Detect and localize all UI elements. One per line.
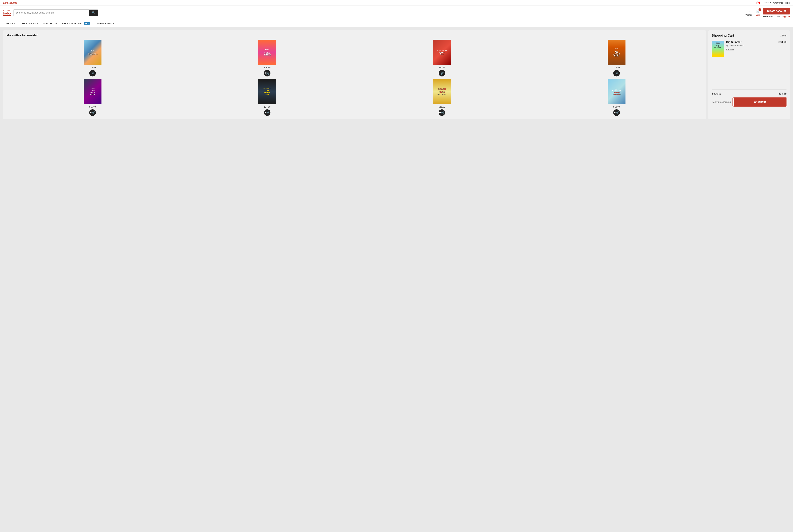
book-cover-2[interactable]: EMILYGIFFIN the liesthat bind <box>258 40 276 65</box>
subtotal-amount: $13.99 <box>778 92 787 95</box>
book-cover-4[interactable]: EMMASTRAUB ALLADULTSHERE <box>607 40 625 65</box>
cart-book-cover[interactable]: JenniferWeiner BigSummer <box>712 41 724 57</box>
account-area: Create account Have an account? Sign in <box>763 8 790 18</box>
add-to-cart-button-8[interactable]: +🛒 <box>613 109 620 116</box>
plus-cart-icon-6: +🛒 <box>265 111 270 114</box>
cart-cover-author: JenniferWeiner <box>712 41 723 44</box>
logo-rakuten: Rakuten <box>3 10 11 12</box>
section-title: More titles to consider <box>6 34 702 37</box>
book-price-5: $16.99 <box>89 106 96 108</box>
plus-cart-icon-3: +🛒 <box>439 72 445 75</box>
audiobooks-label: AUDIOBOOKS <box>22 22 36 24</box>
add-to-cart-button-1[interactable]: +🛒 <box>89 70 96 76</box>
book-title-4: ALLADULTSHERE <box>613 51 620 57</box>
books-grid: ElinHilderbrand 28 Summers $18.99 +🛒 EMI… <box>6 40 702 116</box>
audiobooks-chevron: ▾ <box>37 22 38 24</box>
koboplus-label: KOBO PLUS <box>43 22 56 24</box>
cart-button[interactable]: 🛒 1 Cart <box>755 9 760 16</box>
add-to-cart-button-6[interactable]: +🛒 <box>264 109 270 116</box>
book-cover-5[interactable]: KEVINKWAN Sex &Vanity <box>83 79 101 104</box>
book-price-1: $18.99 <box>89 66 96 69</box>
book-cover-3[interactable]: marian keyes GrownUps <box>433 40 451 65</box>
cart-badge: 1 <box>758 8 761 11</box>
koboplus-chevron: ▾ <box>56 22 57 24</box>
list-item: LUCY FOLEY THEGUESTLIST $14.99 +🛒 <box>181 79 353 116</box>
add-to-cart-button-4[interactable]: +🛒 <box>613 70 620 76</box>
search-button[interactable]: 🔍 <box>89 10 98 16</box>
book-title-8: Troublesin Paradise <box>613 92 620 95</box>
cart-cover-title: BigSummer <box>712 44 723 49</box>
book-price-7: $11.99 <box>439 106 445 108</box>
book-price-2: $16.99 <box>264 66 270 69</box>
book-price-4: $16.99 <box>613 66 620 69</box>
nav-item-apps[interactable]: APPS & eREADERS SALE ▾ <box>59 20 94 27</box>
right-panel: Shopping Cart 1 item JenniferWeiner BigS… <box>709 31 790 119</box>
book-author-4: EMMASTRAUB <box>614 48 619 51</box>
nav-item-koboplus[interactable]: KOBO PLUS ▾ <box>40 20 59 27</box>
search-input[interactable] <box>14 10 89 16</box>
nav-item-ebooks[interactable]: eBOOKS ▾ <box>3 20 19 27</box>
logo-underline <box>3 15 11 16</box>
book-cover-7[interactable]: BEACHREAD EMILY HENRY <box>433 79 451 104</box>
main-content: More titles to consider ElinHilderbrand … <box>0 27 793 122</box>
book-cover-6[interactable]: LUCY FOLEY THEGUESTLIST <box>258 79 276 104</box>
list-item: EMILYGIFFIN the liesthat bind $16.99 +🛒 <box>181 40 353 76</box>
add-to-cart-button-5[interactable]: +🛒 <box>89 109 96 116</box>
cart-icon-wrap: 🛒 1 <box>755 9 760 14</box>
search-bar: 🔍 <box>13 10 98 16</box>
list-item: BEACHREAD EMILY HENRY $11.99 +🛒 <box>356 79 528 116</box>
heart-icon: ♡ <box>747 9 751 14</box>
book-author-8: ElinHilderbrand <box>612 88 621 91</box>
book-price-3: $14.99 <box>439 66 445 69</box>
wishlist-label: Wishlist <box>746 14 752 16</box>
create-account-button[interactable]: Create account <box>763 8 790 15</box>
add-to-cart-button-2[interactable]: +🛒 <box>264 70 270 76</box>
book-author-6: LUCY FOLEY <box>263 88 271 89</box>
list-item: marian keyes GrownUps $14.99 +🛒 <box>356 40 528 76</box>
continue-shopping-link[interactable]: Continue shopping <box>712 101 731 103</box>
logo-kobo: kobo <box>3 12 11 15</box>
logo[interactable]: Rakuten kobo <box>3 10 11 16</box>
signin-prompt: Have an account? Sign in <box>763 15 790 18</box>
book-title-6: THEGUESTLIST <box>265 90 270 95</box>
book-cover-8[interactable]: ElinHilderbrand Troublesin Paradise <box>607 79 625 104</box>
cart-header: Shopping Cart 1 item <box>712 34 787 37</box>
language-selector[interactable]: English ▾ <box>762 2 771 4</box>
wishlist-button[interactable]: ♡ Wishlist <box>746 9 752 16</box>
search-icon: 🔍 <box>92 12 95 14</box>
help-link[interactable]: Help <box>785 2 790 4</box>
cart-item-price: $13.99 <box>778 41 787 44</box>
cart-item: JenniferWeiner BigSummer Big Summer by J… <box>712 41 787 57</box>
checkout-button[interactable]: Checkout <box>733 98 787 106</box>
book-author-2: EMILYGIFFIN <box>265 49 269 52</box>
book-author-1: ElinHilderbrand <box>88 50 97 53</box>
book-cover-1[interactable]: ElinHilderbrand 28 Summers <box>83 40 101 65</box>
list-item: EMMASTRAUB ALLADULTSHERE $16.99 +🛒 <box>530 40 702 76</box>
add-to-cart-button-7[interactable]: +🛒 <box>439 109 445 116</box>
cart-actions: Continue shopping Checkout <box>712 98 787 106</box>
add-to-cart-button-3[interactable]: +🛒 <box>439 70 445 76</box>
canada-flag-icon: 🇨🇦 <box>756 1 760 4</box>
book-title-1: 28 Summers <box>88 53 97 55</box>
header-right: ♡ Wishlist 🛒 1 Cart Create account Have … <box>746 8 790 18</box>
cart-item-details: Big Summer by Jennifer Weiner Remove <box>726 41 776 51</box>
nav-item-audiobooks[interactable]: AUDIOBOOKS ▾ <box>19 20 40 27</box>
sign-in-link[interactable]: Sign in <box>782 15 790 18</box>
book-price-8: $18.99 <box>613 106 620 108</box>
book-author-5: KEVINKWAN <box>91 88 95 91</box>
plus-cart-icon-2: +🛒 <box>265 72 270 75</box>
gift-cards-link[interactable]: Gift Cards <box>773 2 783 4</box>
cart-item-author: by Jennifer Weiner <box>726 44 776 47</box>
list-item: KEVINKWAN Sex &Vanity $16.99 +🛒 <box>6 79 178 116</box>
header: Rakuten kobo 🔍 ♡ Wishlist 🛒 1 Cart Creat… <box>0 6 793 20</box>
cart-item-title: Big Summer <box>726 41 776 44</box>
ebooks-chevron: ▾ <box>16 22 16 24</box>
cart-subtotal: Subtotal $13.99 <box>712 92 787 95</box>
remove-item-link[interactable]: Remove <box>726 48 734 51</box>
book-title-5: Sex &Vanity <box>90 91 95 95</box>
ebooks-label: eBOOKS <box>6 22 15 24</box>
plus-cart-icon-4: +🛒 <box>614 72 619 75</box>
book-title-3: GrownUps <box>439 51 444 55</box>
nav-item-superpoints[interactable]: SUPER POINTS ▾ <box>94 20 116 27</box>
plus-cart-icon-1: +🛒 <box>90 72 95 75</box>
